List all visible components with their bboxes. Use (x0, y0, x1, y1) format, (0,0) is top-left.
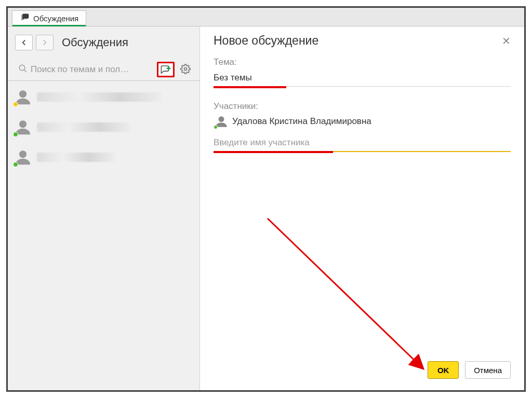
new-discussion-button[interactable] (157, 62, 175, 77)
presence-dot-icon (13, 162, 18, 167)
avatar (14, 88, 32, 106)
chat-list (8, 81, 200, 173)
nav-forward-button[interactable] (36, 35, 54, 50)
tab-bar: Обсуждения (8, 8, 524, 26)
chat-icon (20, 13, 29, 24)
tab-label: Обсуждения (33, 14, 78, 23)
nav-back-button[interactable] (15, 35, 33, 50)
close-icon: ✕ (502, 35, 511, 47)
svg-point-4 (184, 67, 187, 70)
left-pane: Обсуждения Поиск по темам и пол… (8, 26, 200, 390)
list-item[interactable] (14, 146, 193, 168)
presence-dot-icon (214, 125, 218, 129)
search-row: Поиск по темам и пол… (8, 54, 200, 81)
svg-point-0 (19, 65, 25, 71)
presence-dot-icon (13, 132, 18, 137)
gear-icon (180, 64, 191, 76)
close-button[interactable]: ✕ (502, 35, 511, 47)
new-discussion-dialog: Новое обсуждение ✕ Тема: Участники: (200, 26, 524, 390)
avatar (14, 118, 32, 136)
tab-discussions[interactable]: Обсуждения (12, 10, 86, 26)
topic-field: Тема: (214, 57, 511, 87)
list-item[interactable] (14, 86, 193, 108)
content-area: Обсуждения Поиск по темам и пол… (8, 26, 524, 390)
redacted-text (37, 153, 115, 162)
settings-button[interactable] (179, 63, 192, 76)
participant-name: Удалова Кристина Владимировна (232, 116, 371, 127)
svg-point-8 (219, 116, 224, 122)
participants-section: Участники: Удалова Кристина Владимировна (214, 101, 511, 152)
search-input[interactable]: Поиск по темам и пол… (18, 64, 153, 76)
avatar (215, 115, 228, 128)
topic-input[interactable] (214, 71, 511, 87)
redacted-text (37, 92, 162, 102)
presence-dot-icon (13, 102, 18, 107)
search-placeholder: Поиск по темам и пол… (31, 64, 129, 75)
list-item[interactable] (14, 116, 193, 138)
topic-label: Тема: (214, 57, 511, 67)
dialog-title: Новое обсуждение (214, 34, 318, 48)
app-window: Обсуждения Обсуждения Поиск по темам и п (6, 6, 526, 392)
svg-point-5 (19, 90, 26, 98)
left-header: Обсуждения (8, 32, 200, 54)
ok-button[interactable]: OK (428, 361, 459, 379)
redacted-text (37, 122, 130, 132)
avatar (14, 148, 32, 166)
add-participant-input[interactable] (214, 135, 511, 152)
cancel-button[interactable]: Отмена (465, 361, 511, 379)
svg-point-7 (19, 150, 26, 158)
participant-item: Удалова Кристина Владимировна (215, 115, 511, 128)
svg-point-6 (19, 120, 26, 128)
dialog-header: Новое обсуждение ✕ (214, 34, 511, 48)
search-icon (18, 64, 28, 76)
dialog-footer: OK Отмена (428, 361, 511, 379)
pane-title: Обсуждения (62, 36, 128, 49)
svg-line-1 (24, 70, 26, 72)
participants-label: Участники: (214, 101, 511, 112)
